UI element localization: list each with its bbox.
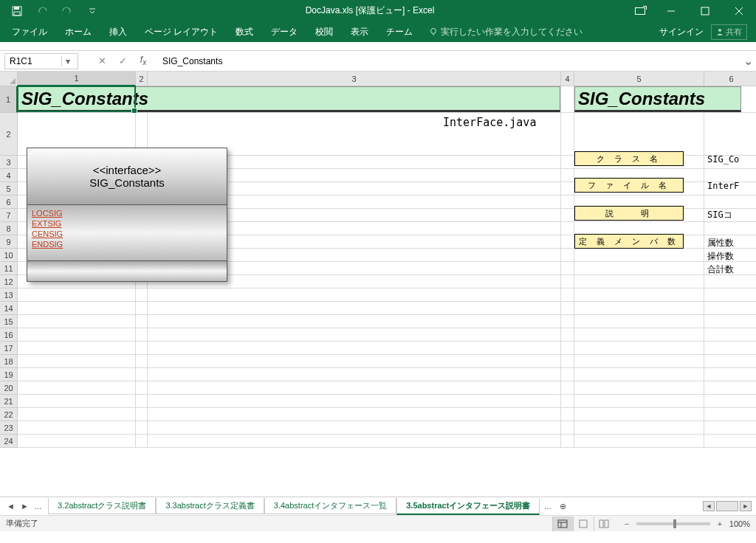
status-bar: 準備完了 − + 100% [0,515,756,531]
svg-rect-15 [599,520,603,528]
row-header[interactable]: 24 [0,435,18,448]
person-icon [716,28,724,35]
row-header[interactable]: 2 [0,113,18,156]
value-filename: InterF [707,181,739,191]
share-button[interactable]: 共有 [711,24,747,40]
row-header[interactable]: 1 [0,86,18,113]
undo-icon[interactable] [30,2,55,20]
row-header[interactable]: 21 [0,395,18,408]
row-header[interactable]: 16 [0,328,18,342]
scroll-left-icon[interactable]: ◄ [703,501,715,511]
sheet-tab-4[interactable]: 3.5abstractインタフェース説明書 [396,498,540,515]
expand-formula-bar-icon[interactable]: ⌄ [740,54,756,68]
row-header[interactable]: 10 [0,249,18,262]
row-header[interactable]: 23 [0,421,18,435]
tab-file[interactable]: ファイル [3,21,56,42]
save-icon[interactable] [4,2,30,20]
select-all-corner[interactable] [0,72,18,86]
title-bar: DocJava.xls [保護ビュー] - Excel [0,0,756,21]
uml-member: CENSIG [32,229,222,239]
scroll-right-icon[interactable]: ► [740,501,752,511]
row-header[interactable]: 22 [0,408,18,421]
tab-review[interactable]: 校閲 [306,21,342,42]
row-header[interactable]: 4 [0,169,18,182]
close-button[interactable] [722,0,756,21]
cancel-formula-icon[interactable]: ✕ [92,53,112,69]
row-header[interactable]: 7 [0,209,18,222]
view-page-break-icon[interactable] [594,516,614,531]
ribbon-display-options-icon[interactable] [635,7,645,15]
row-header[interactable]: 13 [0,288,18,302]
sheet-nav-prev-icon[interactable]: ◄ [4,502,17,511]
row-header[interactable]: 3 [0,156,18,169]
svg-rect-1 [14,7,19,10]
minimize-button[interactable] [654,0,688,21]
view-page-layout-icon[interactable] [573,516,594,531]
row-header[interactable]: 5 [0,182,18,196]
row-header[interactable]: 9 [0,235,18,249]
column-header[interactable]: 6 [704,72,756,86]
row-header[interactable]: 15 [0,315,18,328]
svg-rect-11 [558,520,567,528]
row-header[interactable]: 17 [0,342,18,355]
zoom-slider[interactable] [636,522,710,525]
formula-input[interactable] [159,53,740,69]
uml-interface-shape[interactable]: <<interface>> SIG_Constants LOCSIGEXTSIG… [27,148,227,282]
row-header[interactable]: 20 [0,381,18,395]
window-title: DocJava.xls [保護ビュー] - Excel [105,4,635,17]
lightbulb-icon [429,27,438,36]
uml-member: LOCSIG [32,208,222,218]
column-header[interactable]: 4 [561,72,574,86]
tab-insert[interactable]: 挿入 [100,21,136,42]
new-sheet-button[interactable]: ⊕ [555,502,570,511]
tab-team[interactable]: チーム [377,21,422,42]
tab-formulas[interactable]: 数式 [227,21,262,42]
tab-page-layout[interactable]: ページ レイアウト [136,21,227,42]
row-headers: 123456789101112131415161718192021222324 [0,86,18,448]
tab-data[interactable]: データ [262,21,306,42]
sheet-nav-ellipsis-right[interactable]: ... [540,502,555,511]
zoom-in-button[interactable]: + [715,519,725,528]
qat-customize-icon[interactable] [80,2,105,20]
chevron-down-icon[interactable]: ▾ [61,56,73,66]
scroll-thumb[interactable] [716,501,738,511]
zoom-level[interactable]: 100% [729,519,750,528]
uml-member: ENDSIG [32,239,222,249]
row-header[interactable]: 14 [0,302,18,315]
svg-rect-16 [605,520,608,528]
zoom-out-button[interactable]: − [622,519,632,528]
sheet-tab-3[interactable]: 3.4abstractインタフェース一覧 [264,498,396,514]
row-header[interactable]: 6 [0,196,18,209]
sheet-nav-next-icon[interactable]: ► [18,502,31,511]
row-header[interactable]: 19 [0,368,18,381]
tell-me-search[interactable]: 実行したい作業を入力してください [429,26,583,38]
worksheet-area[interactable]: 123456 123456789101112131415161718192021… [0,72,756,497]
name-box[interactable]: R1C1 ▾ [4,53,78,69]
column-header[interactable]: 1 [18,72,136,86]
sheet-tab-2[interactable]: 3.3abstractクラス定義書 [156,498,264,514]
row-header[interactable]: 8 [0,222,18,235]
sheet-tab-1[interactable]: 3.2abstractクラス説明書 [48,498,156,514]
redo-icon[interactable] [55,2,80,20]
window-controls [654,0,756,21]
ribbon-collapsed-area [0,42,756,51]
svg-rect-14 [580,520,587,528]
sign-in-link[interactable]: サインイン [659,26,704,38]
maximize-button[interactable] [688,0,722,21]
sheet-nav-ellipsis[interactable]: ... [32,502,44,511]
tab-home[interactable]: ホーム [56,21,100,42]
horizontal-scrollbar: ◄ ► [703,501,756,511]
enter-formula-icon[interactable]: ✓ [112,53,133,69]
column-header[interactable]: 3 [148,72,561,86]
row-header[interactable]: 18 [0,355,18,368]
row-header[interactable]: 12 [0,275,18,288]
tab-view[interactable]: 表示 [342,21,377,42]
quick-access-toolbar [0,2,105,20]
row-header[interactable]: 11 [0,262,18,275]
label-members: 定 義 メ ン バ 数 [574,234,684,249]
fx-icon[interactable]: fx [133,53,154,69]
column-header[interactable]: 2 [136,72,148,86]
column-header[interactable]: 5 [574,72,704,86]
section-heading-right: SIG_Constants [574,86,741,112]
view-normal-icon[interactable] [552,516,573,531]
